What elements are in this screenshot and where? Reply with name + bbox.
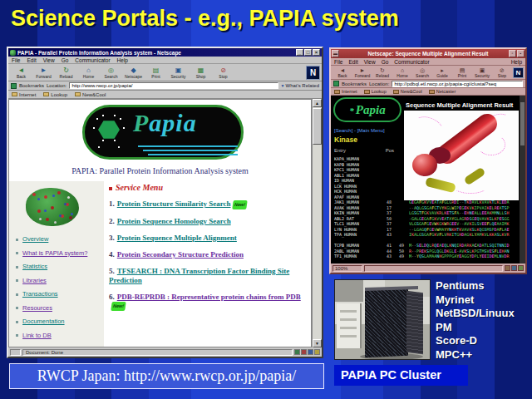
menu-item[interactable]: Communicator [75, 57, 110, 63]
toolbar-button[interactable]: ▦ Shop [190, 66, 212, 79]
netscape-logo[interactable]: N [513, 67, 524, 78]
motif-minimize-icon[interactable]: ▫ [509, 50, 516, 57]
scroll-up-icon[interactable]: ▲ [313, 99, 322, 107]
menu-item[interactable]: File [334, 59, 342, 65]
personal-toolbar-item[interactable]: New&Cool [393, 89, 422, 94]
personal-toolbar-item[interactable]: Internet [12, 92, 36, 97]
service-menu-item[interactable]: 5.TFSEARCH : DNA Transcription Factor Bi… [109, 267, 312, 284]
bookmarks-label[interactable]: Bookmarks [342, 81, 367, 86]
service-menu-item[interactable]: 4.Protein Secondary Structure Prediction… [109, 250, 312, 259]
left-vertical-scrollbar[interactable]: ▲ ▼ [312, 99, 322, 347]
sidebar-link[interactable]: Transactions [16, 288, 101, 302]
folder-icon [393, 90, 399, 94]
sidebar-link[interactable]: Documentation [16, 315, 101, 329]
service-link[interactable]: PDB-REPRDB : Representative protein chai… [117, 293, 301, 301]
toolbar-button[interactable]: ◆ Netscape [122, 66, 145, 79]
maximize-button[interactable]: □ [304, 49, 312, 56]
scrollbar-thumb[interactable] [313, 108, 322, 145]
menu-item[interactable]: Go [62, 57, 69, 63]
service-link[interactable]: Protein Secondary Structure Prediction [117, 250, 244, 259]
service-menu-item[interactable]: 3.Protein Sequence Multiple AlignmentNew… [109, 234, 312, 243]
toolbar-button[interactable]: ◎ Search [100, 66, 122, 79]
sidebar-link[interactable]: What is PAPIA system? [16, 247, 101, 261]
menu-item[interactable]: Communicator [394, 59, 429, 65]
motif-menu-icon[interactable]: ▬ [332, 50, 339, 57]
bullet-icon [16, 307, 18, 309]
discussions-icon[interactable] [518, 265, 524, 271]
minimize-button[interactable]: _ [296, 49, 303, 56]
alignment-page-content: Papia Sequence Multiple Alignment Result… [331, 96, 525, 264]
bookmarks-icon[interactable] [333, 81, 339, 86]
navigator-icon[interactable] [308, 349, 313, 355]
personal-toolbar-item[interactable]: New&Cool [75, 92, 106, 97]
sidebar-link[interactable]: Link to DB [16, 329, 101, 343]
toolbar-button[interactable]: ◄ Back [10, 66, 32, 79]
toolbar-button[interactable]: ⌂ Home [77, 66, 100, 79]
toolbar-button[interactable]: ↻ Reload [55, 66, 77, 79]
service-link[interactable]: Protein Structure Similarity Search [117, 200, 231, 208]
personal-toolbar-label: Internet [19, 92, 36, 97]
close-button[interactable]: × [313, 49, 320, 56]
status-icons [505, 265, 524, 271]
toolbar-button[interactable]: ▣ Security [167, 66, 190, 79]
sidebar-link[interactable]: Overview [16, 233, 101, 247]
menu-item[interactable]: File [12, 57, 20, 63]
toolbar-button[interactable]: ⊘ Stop [492, 67, 512, 78]
mail-icon[interactable] [505, 265, 510, 271]
toolbar-button[interactable]: ► Forward [32, 66, 55, 79]
alignment-page-title: Sequence Multiple Alignment Result [406, 101, 524, 109]
whats-related-button[interactable]: ▼ What's Related [281, 83, 319, 88]
bullet-icon [16, 334, 18, 337]
help-menu[interactable]: Help [511, 58, 522, 66]
service-menu-item[interactable]: 1.Protein Structure Similarity SearchNew… [109, 200, 312, 209]
service-link[interactable]: TFSEARCH : DNA Transcription Factor Bind… [109, 267, 289, 284]
menu-item[interactable]: Edit [348, 59, 357, 65]
location-input[interactable]: http://pdbql.etl.rwcp.or.jp/papia-cgi/cl… [392, 81, 523, 87]
motif-maximize-icon[interactable]: ▪ [517, 50, 525, 57]
sidebar-link[interactable]: Statistics [16, 260, 101, 274]
whats-related-arrow-icon: ▼ [281, 83, 285, 88]
toolbar-button[interactable]: ▤ Print [145, 66, 167, 79]
service-menu-item[interactable]: 6.PDB-REPRDB : Representative protein ch… [109, 293, 312, 311]
menu-item[interactable]: View [364, 59, 376, 65]
left-browser-titlebar[interactable]: PAPIA - Parallel Protein Information Ana… [8, 48, 322, 57]
scroll-down-icon[interactable]: ▼ [313, 339, 322, 347]
toolbar-button[interactable]: ▤ Print [452, 67, 472, 78]
entry-name[interactable]: TF1_HUMAN [334, 254, 381, 259]
sidebar-link[interactable]: Libraries [16, 274, 101, 288]
sidebar-link[interactable]: Resources [16, 302, 101, 316]
personal-toolbar-item[interactable]: Lookup [43, 92, 67, 97]
toolbar-button[interactable]: ► Forward [352, 67, 372, 78]
personal-toolbar-item[interactable]: Internet [334, 89, 357, 94]
toolbar-button[interactable]: ▣ Security [472, 67, 492, 78]
menu-item[interactable]: View [43, 57, 55, 63]
discussions-icon[interactable] [314, 349, 320, 355]
toolbar-button[interactable]: ↻ Reload [372, 67, 392, 78]
right-vertical-scrollbar[interactable] [520, 96, 525, 264]
service-link[interactable]: Protein Sequence Multiple Alignment [117, 234, 237, 242]
composer-icon[interactable] [301, 349, 307, 355]
menu-item[interactable]: Help [117, 57, 128, 63]
scrollbar-thumb[interactable] [520, 102, 525, 145]
right-browser-titlebar[interactable]: ▬ Netscape: Sequence Multiple Alignment … [331, 49, 525, 58]
bookmarks-label[interactable]: Bookmarks [19, 83, 44, 88]
personal-toolbar-item[interactable]: Lookup [364, 89, 387, 94]
navigator-icon[interactable] [511, 265, 517, 271]
service-link[interactable]: Protein Sequence Homology Search [117, 217, 231, 225]
sidebar-links: Overview What is PAPIA system? Statistic… [16, 233, 101, 342]
papia-logo-small[interactable]: Papia [333, 97, 401, 122]
menu-item[interactable]: Go [382, 59, 389, 65]
toolbar-button[interactable]: ⊘ Stop [212, 66, 234, 79]
toolbar-button[interactable]: ▸ Guide [432, 67, 452, 78]
mail-icon[interactable] [294, 349, 300, 355]
netscape-logo[interactable]: N [306, 66, 320, 80]
bookmarks-icon[interactable] [11, 83, 17, 89]
alignment-nav-links[interactable]: [Search] - [Main Menu] [334, 128, 385, 133]
toolbar-button[interactable]: ⌂ Home [392, 67, 412, 78]
toolbar-button[interactable]: ◄ Back [332, 67, 352, 78]
toolbar-button[interactable]: ◎ Search [412, 67, 432, 78]
menu-item[interactable]: Edit [27, 57, 36, 63]
location-input[interactable]: http://www.rwcp.or.jp/papia/ [69, 82, 278, 89]
service-menu-item[interactable]: 2.Protein Sequence Homology SearchNew! [109, 217, 312, 226]
personal-toolbar-item[interactable]: Netcaster [429, 89, 456, 94]
